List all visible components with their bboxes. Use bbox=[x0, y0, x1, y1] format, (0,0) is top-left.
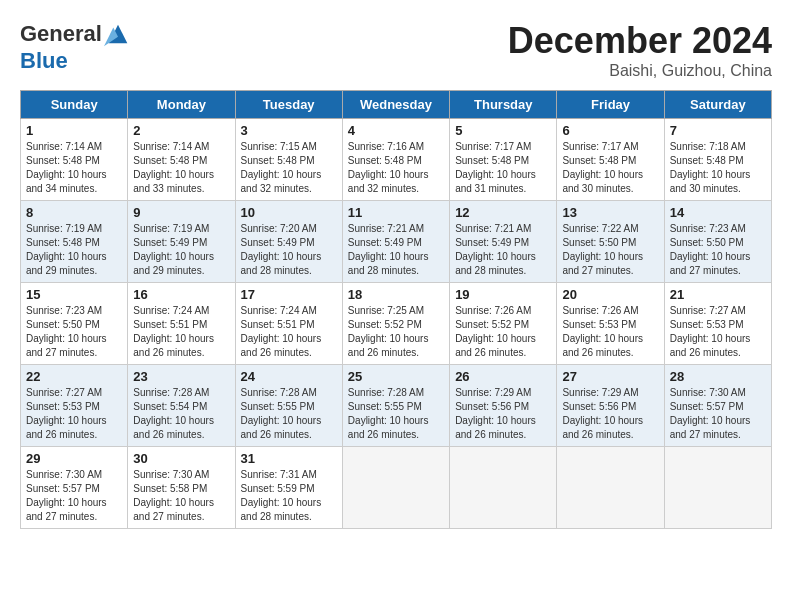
day-info: Sunrise: 7:14 AM Sunset: 5:48 PM Dayligh… bbox=[133, 140, 229, 196]
day-info: Sunrise: 7:28 AM Sunset: 5:55 PM Dayligh… bbox=[348, 386, 444, 442]
day-number: 18 bbox=[348, 287, 444, 302]
calendar-table: SundayMondayTuesdayWednesdayThursdayFrid… bbox=[20, 90, 772, 529]
calendar-cell: 26Sunrise: 7:29 AM Sunset: 5:56 PM Dayli… bbox=[450, 365, 557, 447]
calendar-cell: 13Sunrise: 7:22 AM Sunset: 5:50 PM Dayli… bbox=[557, 201, 664, 283]
calendar-header-saturday: Saturday bbox=[664, 91, 771, 119]
day-info: Sunrise: 7:31 AM Sunset: 5:59 PM Dayligh… bbox=[241, 468, 337, 524]
location-text: Baishi, Guizhou, China bbox=[508, 62, 772, 80]
calendar-week-5: 29Sunrise: 7:30 AM Sunset: 5:57 PM Dayli… bbox=[21, 447, 772, 529]
day-info: Sunrise: 7:21 AM Sunset: 5:49 PM Dayligh… bbox=[348, 222, 444, 278]
day-info: Sunrise: 7:28 AM Sunset: 5:55 PM Dayligh… bbox=[241, 386, 337, 442]
day-number: 24 bbox=[241, 369, 337, 384]
day-number: 6 bbox=[562, 123, 658, 138]
day-number: 29 bbox=[26, 451, 122, 466]
day-info: Sunrise: 7:18 AM Sunset: 5:48 PM Dayligh… bbox=[670, 140, 766, 196]
calendar-cell: 3Sunrise: 7:15 AM Sunset: 5:48 PM Daylig… bbox=[235, 119, 342, 201]
calendar-cell: 7Sunrise: 7:18 AM Sunset: 5:48 PM Daylig… bbox=[664, 119, 771, 201]
calendar-cell: 5Sunrise: 7:17 AM Sunset: 5:48 PM Daylig… bbox=[450, 119, 557, 201]
calendar-header-wednesday: Wednesday bbox=[342, 91, 449, 119]
day-info: Sunrise: 7:26 AM Sunset: 5:53 PM Dayligh… bbox=[562, 304, 658, 360]
day-info: Sunrise: 7:22 AM Sunset: 5:50 PM Dayligh… bbox=[562, 222, 658, 278]
day-info: Sunrise: 7:26 AM Sunset: 5:52 PM Dayligh… bbox=[455, 304, 551, 360]
calendar-cell: 21Sunrise: 7:27 AM Sunset: 5:53 PM Dayli… bbox=[664, 283, 771, 365]
calendar-cell: 30Sunrise: 7:30 AM Sunset: 5:58 PM Dayli… bbox=[128, 447, 235, 529]
calendar-cell: 18Sunrise: 7:25 AM Sunset: 5:52 PM Dayli… bbox=[342, 283, 449, 365]
calendar-cell: 29Sunrise: 7:30 AM Sunset: 5:57 PM Dayli… bbox=[21, 447, 128, 529]
calendar-cell: 19Sunrise: 7:26 AM Sunset: 5:52 PM Dayli… bbox=[450, 283, 557, 365]
day-number: 28 bbox=[670, 369, 766, 384]
day-number: 12 bbox=[455, 205, 551, 220]
calendar-header-monday: Monday bbox=[128, 91, 235, 119]
day-number: 14 bbox=[670, 205, 766, 220]
calendar-cell: 24Sunrise: 7:28 AM Sunset: 5:55 PM Dayli… bbox=[235, 365, 342, 447]
month-title: December 2024 bbox=[508, 20, 772, 62]
day-info: Sunrise: 7:14 AM Sunset: 5:48 PM Dayligh… bbox=[26, 140, 122, 196]
day-info: Sunrise: 7:28 AM Sunset: 5:54 PM Dayligh… bbox=[133, 386, 229, 442]
day-info: Sunrise: 7:30 AM Sunset: 5:57 PM Dayligh… bbox=[26, 468, 122, 524]
day-number: 2 bbox=[133, 123, 229, 138]
day-number: 23 bbox=[133, 369, 229, 384]
calendar-cell: 9Sunrise: 7:19 AM Sunset: 5:49 PM Daylig… bbox=[128, 201, 235, 283]
day-number: 25 bbox=[348, 369, 444, 384]
calendar-cell: 12Sunrise: 7:21 AM Sunset: 5:49 PM Dayli… bbox=[450, 201, 557, 283]
calendar-header-friday: Friday bbox=[557, 91, 664, 119]
calendar-cell bbox=[450, 447, 557, 529]
day-info: Sunrise: 7:17 AM Sunset: 5:48 PM Dayligh… bbox=[562, 140, 658, 196]
logo: General Blue bbox=[20, 20, 132, 74]
day-info: Sunrise: 7:19 AM Sunset: 5:49 PM Dayligh… bbox=[133, 222, 229, 278]
day-number: 10 bbox=[241, 205, 337, 220]
day-info: Sunrise: 7:30 AM Sunset: 5:58 PM Dayligh… bbox=[133, 468, 229, 524]
calendar-cell: 22Sunrise: 7:27 AM Sunset: 5:53 PM Dayli… bbox=[21, 365, 128, 447]
day-number: 19 bbox=[455, 287, 551, 302]
calendar-cell bbox=[664, 447, 771, 529]
day-info: Sunrise: 7:25 AM Sunset: 5:52 PM Dayligh… bbox=[348, 304, 444, 360]
day-number: 5 bbox=[455, 123, 551, 138]
day-number: 1 bbox=[26, 123, 122, 138]
calendar-week-4: 22Sunrise: 7:27 AM Sunset: 5:53 PM Dayli… bbox=[21, 365, 772, 447]
calendar-cell bbox=[557, 447, 664, 529]
calendar-cell bbox=[342, 447, 449, 529]
calendar-cell: 2Sunrise: 7:14 AM Sunset: 5:48 PM Daylig… bbox=[128, 119, 235, 201]
day-info: Sunrise: 7:21 AM Sunset: 5:49 PM Dayligh… bbox=[455, 222, 551, 278]
calendar-cell: 28Sunrise: 7:30 AM Sunset: 5:57 PM Dayli… bbox=[664, 365, 771, 447]
day-info: Sunrise: 7:29 AM Sunset: 5:56 PM Dayligh… bbox=[562, 386, 658, 442]
day-number: 27 bbox=[562, 369, 658, 384]
calendar-cell: 23Sunrise: 7:28 AM Sunset: 5:54 PM Dayli… bbox=[128, 365, 235, 447]
day-info: Sunrise: 7:16 AM Sunset: 5:48 PM Dayligh… bbox=[348, 140, 444, 196]
day-number: 30 bbox=[133, 451, 229, 466]
calendar-cell: 27Sunrise: 7:29 AM Sunset: 5:56 PM Dayli… bbox=[557, 365, 664, 447]
day-info: Sunrise: 7:23 AM Sunset: 5:50 PM Dayligh… bbox=[26, 304, 122, 360]
logo-general-text: General bbox=[20, 21, 102, 47]
day-number: 20 bbox=[562, 287, 658, 302]
calendar-header-row: SundayMondayTuesdayWednesdayThursdayFrid… bbox=[21, 91, 772, 119]
calendar-cell: 31Sunrise: 7:31 AM Sunset: 5:59 PM Dayli… bbox=[235, 447, 342, 529]
title-block: December 2024 Baishi, Guizhou, China bbox=[508, 20, 772, 80]
day-info: Sunrise: 7:30 AM Sunset: 5:57 PM Dayligh… bbox=[670, 386, 766, 442]
calendar-cell: 4Sunrise: 7:16 AM Sunset: 5:48 PM Daylig… bbox=[342, 119, 449, 201]
day-number: 22 bbox=[26, 369, 122, 384]
calendar-cell: 16Sunrise: 7:24 AM Sunset: 5:51 PM Dayli… bbox=[128, 283, 235, 365]
calendar-cell: 8Sunrise: 7:19 AM Sunset: 5:48 PM Daylig… bbox=[21, 201, 128, 283]
day-number: 17 bbox=[241, 287, 337, 302]
day-info: Sunrise: 7:24 AM Sunset: 5:51 PM Dayligh… bbox=[133, 304, 229, 360]
calendar-cell: 11Sunrise: 7:21 AM Sunset: 5:49 PM Dayli… bbox=[342, 201, 449, 283]
day-number: 21 bbox=[670, 287, 766, 302]
day-number: 11 bbox=[348, 205, 444, 220]
day-number: 8 bbox=[26, 205, 122, 220]
day-number: 7 bbox=[670, 123, 766, 138]
calendar-week-1: 1Sunrise: 7:14 AM Sunset: 5:48 PM Daylig… bbox=[21, 119, 772, 201]
calendar-cell: 15Sunrise: 7:23 AM Sunset: 5:50 PM Dayli… bbox=[21, 283, 128, 365]
day-info: Sunrise: 7:29 AM Sunset: 5:56 PM Dayligh… bbox=[455, 386, 551, 442]
day-number: 15 bbox=[26, 287, 122, 302]
day-info: Sunrise: 7:27 AM Sunset: 5:53 PM Dayligh… bbox=[26, 386, 122, 442]
page-header: General Blue December 2024 Baishi, Guizh… bbox=[20, 20, 772, 80]
day-info: Sunrise: 7:23 AM Sunset: 5:50 PM Dayligh… bbox=[670, 222, 766, 278]
day-number: 13 bbox=[562, 205, 658, 220]
day-info: Sunrise: 7:20 AM Sunset: 5:49 PM Dayligh… bbox=[241, 222, 337, 278]
logo-blue-text: Blue bbox=[20, 48, 68, 74]
day-info: Sunrise: 7:19 AM Sunset: 5:48 PM Dayligh… bbox=[26, 222, 122, 278]
calendar-header-tuesday: Tuesday bbox=[235, 91, 342, 119]
day-number: 31 bbox=[241, 451, 337, 466]
day-info: Sunrise: 7:27 AM Sunset: 5:53 PM Dayligh… bbox=[670, 304, 766, 360]
calendar-header-sunday: Sunday bbox=[21, 91, 128, 119]
